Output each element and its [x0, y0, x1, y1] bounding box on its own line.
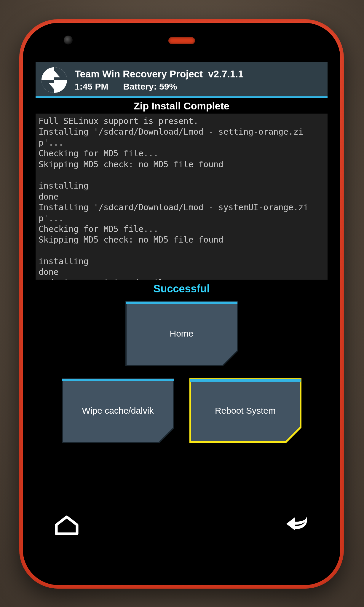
status-success: Successful [36, 280, 328, 301]
phone-body: Team Win Recovery Project v2.7.1.1 1:45 … [19, 19, 344, 589]
home-button-label: Home [170, 329, 193, 339]
nav-bar [36, 507, 328, 543]
svg-rect-8 [190, 379, 301, 382]
console-log: Full SELinux support is present. Install… [36, 114, 328, 280]
wipe-cache-button[interactable]: Wipe cache/dalvik [62, 378, 174, 443]
battery-status: Battery: 59% [123, 82, 177, 92]
app-title: Team Win Recovery Project v2.7.1.1 [75, 68, 244, 80]
reboot-system-button[interactable]: Reboot System [189, 378, 302, 443]
svg-marker-9 [286, 517, 295, 530]
home-icon[interactable] [53, 514, 80, 535]
back-icon[interactable] [283, 514, 310, 535]
app-version: v2.7.1.1 [208, 68, 243, 79]
section-title: Zip Install Complete [36, 98, 328, 114]
home-button[interactable]: Home [125, 301, 238, 366]
twrp-logo-icon [41, 67, 68, 93]
reboot-system-button-label: Reboot System [215, 406, 276, 416]
app-name: Team Win Recovery Project [75, 68, 203, 79]
earpiece [168, 37, 195, 44]
front-camera [64, 36, 73, 44]
wipe-cache-button-label: Wipe cache/dalvik [82, 406, 154, 416]
svg-rect-6 [62, 379, 174, 381]
clock: 1:45 PM [75, 82, 108, 92]
svg-rect-4 [126, 302, 237, 304]
screen: Team Win Recovery Project v2.7.1.1 1:45 … [36, 62, 328, 543]
header-bar: Team Win Recovery Project v2.7.1.1 1:45 … [36, 62, 328, 98]
